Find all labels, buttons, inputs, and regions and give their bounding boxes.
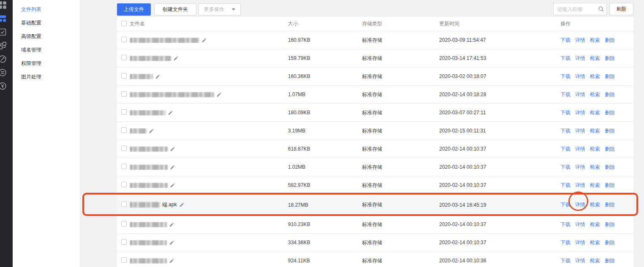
action-search[interactable]: 检索 — [590, 239, 600, 246]
dashboard-grid-icon[interactable] — [0, 0, 13, 12]
action-details[interactable]: 详情 — [575, 257, 585, 264]
storage-product-icon[interactable] — [0, 12, 13, 25]
file-name-cell[interactable] — [130, 38, 288, 43]
action-details[interactable]: 详情 — [575, 146, 585, 153]
action-details[interactable]: 详情 — [575, 109, 585, 116]
action-details[interactable]: 详情 — [575, 239, 585, 246]
edit-name-icon[interactable] — [169, 222, 174, 227]
edit-name-icon[interactable] — [170, 165, 175, 170]
action-delete[interactable]: 删除 — [605, 239, 615, 246]
file-name-cell[interactable]: 端.apk — [130, 201, 288, 208]
action-details[interactable]: 详情 — [575, 221, 585, 228]
create-folder-button[interactable]: 创建文件夹 — [154, 3, 196, 16]
sidebar-item[interactable]: 域名管理 — [13, 43, 80, 57]
action-download[interactable]: 下载 — [560, 239, 571, 246]
action-delete[interactable]: 删除 — [605, 109, 615, 116]
action-search[interactable]: 检索 — [590, 127, 600, 135]
row-checkbox[interactable] — [121, 73, 127, 78]
action-download[interactable]: 下载 — [560, 109, 571, 116]
search-icon[interactable] — [595, 6, 606, 12]
row-checkbox[interactable] — [121, 55, 127, 60]
refresh-button[interactable]: 刷新 — [609, 3, 633, 15]
action-details[interactable]: 详情 — [575, 182, 585, 189]
action-download[interactable]: 下载 — [560, 146, 571, 153]
prefix-search-input[interactable] — [554, 6, 595, 12]
file-name-cell[interactable] — [130, 146, 288, 152]
row-checkbox[interactable] — [121, 109, 127, 115]
edit-name-icon[interactable] — [216, 92, 222, 97]
action-details[interactable]: 详情 — [575, 91, 585, 98]
action-download[interactable]: 下载 — [560, 37, 571, 44]
action-download[interactable]: 下载 — [560, 164, 571, 171]
action-details[interactable]: 详情 — [575, 201, 585, 208]
action-delete[interactable]: 删除 — [605, 37, 615, 44]
file-name-cell[interactable] — [130, 92, 288, 97]
action-details[interactable]: 详情 — [575, 73, 585, 80]
edit-name-icon[interactable] — [149, 128, 154, 134]
action-delete[interactable]: 删除 — [605, 257, 615, 264]
action-search[interactable]: 检索 — [590, 221, 600, 228]
list-circle-icon[interactable] — [0, 66, 13, 79]
tools-circle-icon[interactable] — [0, 52, 13, 66]
action-search[interactable]: 检索 — [590, 109, 600, 116]
action-delete[interactable]: 删除 — [605, 182, 615, 189]
row-checkbox[interactable] — [121, 239, 127, 245]
sidebar-item[interactable]: 基础配置 — [13, 16, 80, 30]
action-download[interactable]: 下载 — [560, 91, 571, 98]
edit-name-icon[interactable] — [170, 183, 175, 188]
edit-name-icon[interactable] — [155, 74, 160, 79]
action-download[interactable]: 下载 — [560, 201, 571, 208]
action-details[interactable]: 详情 — [575, 55, 585, 62]
file-name-cell[interactable] — [130, 56, 288, 61]
file-name-cell[interactable] — [130, 183, 288, 188]
edit-name-icon[interactable] — [179, 202, 185, 208]
select-all-checkbox[interactable] — [121, 21, 127, 26]
action-search[interactable]: 检索 — [590, 257, 600, 264]
action-search[interactable]: 检索 — [590, 146, 600, 153]
action-download[interactable]: 下载 — [560, 221, 571, 228]
row-checkbox[interactable] — [121, 257, 127, 263]
row-checkbox[interactable] — [121, 202, 127, 207]
action-details[interactable]: 详情 — [575, 37, 585, 44]
action-delete[interactable]: 删除 — [605, 164, 615, 171]
action-delete[interactable]: 删除 — [605, 201, 615, 208]
row-checkbox[interactable] — [121, 164, 127, 169]
file-name-cell[interactable] — [130, 110, 288, 116]
file-name-cell[interactable] — [130, 258, 288, 264]
action-download[interactable]: 下载 — [560, 55, 571, 62]
file-name-cell[interactable] — [130, 222, 288, 227]
file-name-cell[interactable] — [130, 165, 288, 170]
action-delete[interactable]: 删除 — [605, 73, 615, 80]
row-checkbox[interactable] — [121, 221, 127, 227]
action-download[interactable]: 下载 — [560, 73, 571, 80]
row-checkbox[interactable] — [121, 182, 127, 187]
sidebar-item[interactable]: 高级配置 — [13, 30, 80, 43]
finance-circle-icon[interactable] — [0, 79, 13, 93]
file-name-cell[interactable] — [130, 74, 288, 79]
action-details[interactable]: 详情 — [575, 127, 585, 135]
upload-file-button[interactable]: 上传文件 — [117, 3, 151, 16]
file-name-cell[interactable] — [130, 240, 288, 245]
edit-name-icon[interactable] — [168, 110, 173, 116]
more-actions-dropdown[interactable]: 更多操作 — [198, 3, 241, 16]
action-download[interactable]: 下载 — [560, 182, 571, 189]
org-structure-icon[interactable] — [0, 39, 13, 52]
action-delete[interactable]: 删除 — [605, 91, 615, 98]
edit-name-icon[interactable] — [169, 258, 174, 264]
task-check-icon[interactable] — [0, 25, 13, 39]
action-download[interactable]: 下载 — [560, 257, 571, 264]
row-checkbox[interactable] — [121, 127, 127, 133]
action-search[interactable]: 检索 — [590, 55, 600, 62]
edit-name-icon[interactable] — [169, 240, 174, 245]
action-search[interactable]: 检索 — [590, 37, 600, 44]
action-delete[interactable]: 删除 — [605, 146, 615, 153]
action-search[interactable]: 检索 — [590, 164, 600, 171]
action-search[interactable]: 检索 — [590, 73, 600, 80]
sidebar-item[interactable]: 权限管理 — [13, 57, 80, 70]
action-search[interactable]: 检索 — [590, 201, 600, 208]
action-details[interactable]: 详情 — [575, 164, 585, 171]
sidebar-item[interactable]: 文件列表 — [13, 3, 80, 16]
edit-name-icon[interactable] — [173, 56, 179, 61]
action-delete[interactable]: 删除 — [605, 221, 615, 228]
action-delete[interactable]: 删除 — [605, 55, 615, 62]
